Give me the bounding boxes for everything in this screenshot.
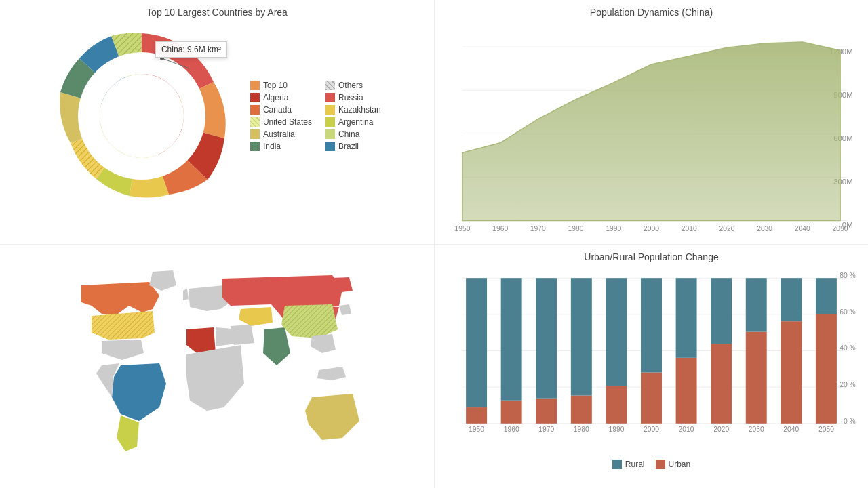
map-canada	[81, 282, 159, 316]
bar-chart-legend: Rural Urban	[441, 460, 861, 469]
x-label-1970: 1970	[530, 225, 546, 231]
legend-color-algeria	[250, 93, 260, 102]
bar-1960-urban	[501, 401, 522, 424]
x-bar-2010: 2010	[679, 426, 694, 433]
map-algeria	[186, 327, 216, 353]
x-label-2040: 2040	[795, 225, 810, 231]
bar-2000-urban	[641, 372, 662, 423]
area-chart-title: Population Dynamics (China)	[441, 7, 861, 18]
legend-label-urban: Urban	[669, 460, 691, 469]
legend-color-india	[250, 142, 260, 151]
x-label-1950: 1950	[454, 225, 470, 231]
legend-label-others: Others	[338, 81, 363, 90]
legend-color-rural	[612, 460, 622, 469]
bar-1950-urban	[466, 407, 487, 424]
area-chart-container: 0M 300M 600M 900M 1200M 1950 1960 1970	[441, 21, 861, 231]
x-label-1990: 1990	[606, 225, 621, 231]
x-bar-2000: 2000	[644, 426, 659, 433]
x-label-2050: 2050	[833, 225, 848, 231]
bar-1970-urban	[536, 399, 557, 424]
legend-item-usa: United States	[250, 117, 312, 127]
area-chart-svg: 0M 300M 600M 900M 1200M 1950 1960 1970	[441, 21, 861, 231]
legend-label-kazakhstan: Kazakhstan	[338, 105, 381, 115]
y-bar-40: 40 %	[840, 344, 855, 352]
bottom-left-panel	[0, 244, 434, 488]
legend-color-usa	[250, 117, 260, 127]
donut-chart: China: 9.6M km²	[47, 21, 237, 211]
legend-color-urban	[656, 460, 665, 469]
x-label-2000: 2000	[644, 225, 659, 231]
legend-color-canada	[250, 105, 260, 115]
legend-color-australia	[250, 129, 260, 139]
bar-2030-urban	[746, 332, 767, 424]
legend-color-kazakhstan	[326, 105, 335, 115]
bar-1950-rural	[466, 278, 487, 407]
legend-urban: Urban	[656, 460, 691, 469]
legend-item-china: China	[326, 129, 387, 139]
map-sea	[311, 334, 336, 353]
x-bar-1970: 1970	[538, 426, 554, 433]
map-uk	[183, 289, 189, 300]
bar-2050-rural	[816, 278, 837, 314]
legend-item-top10: Top 10	[250, 81, 312, 90]
bar-2010-rural	[676, 278, 697, 358]
legend-label-china: China	[338, 129, 359, 139]
legend-item-australia: Australia	[250, 129, 312, 139]
bar-2050-urban	[816, 314, 837, 424]
tooltip-dot	[160, 56, 164, 60]
x-label-1960: 1960	[492, 225, 508, 231]
bar-1990-rural	[606, 278, 627, 386]
donut-hole	[100, 74, 184, 158]
legend-label-top10: Top 10	[263, 81, 288, 90]
top-right-panel: Population Dynamics (China) 0M 300M 600M…	[434, 0, 868, 244]
legend-label-rural: Rural	[625, 460, 645, 469]
donut-area: China: 9.6M km² Top 10 Others Algeria Ru…	[47, 21, 387, 211]
bar-2040-urban	[781, 321, 802, 424]
bar-2030-rural	[746, 278, 767, 331]
y-bar-80: 80 %	[840, 272, 855, 279]
bar-1990-urban	[606, 386, 627, 424]
map-mideast	[231, 325, 254, 345]
x-label-2030: 2030	[757, 225, 772, 231]
bar-2000-rural	[641, 278, 662, 372]
y-bar-0: 0 %	[844, 418, 856, 425]
x-bar-2050: 2050	[818, 426, 834, 433]
legend-label-argentina: Argentina	[338, 117, 373, 127]
bar-2020-rural	[711, 278, 732, 344]
map-kazakhstan	[239, 307, 273, 326]
legend-item-brazil: Brazil	[326, 142, 387, 151]
map-india	[263, 327, 290, 365]
bar-chart-title: Urban/Rural Population Change	[441, 251, 861, 262]
map-africa	[186, 345, 244, 411]
legend-label-australia: Australia	[263, 129, 295, 139]
bottom-right-panel: Urban/Rural Population Change 0 % 20 % 4…	[434, 244, 868, 488]
x-label-2010: 2010	[682, 225, 697, 231]
y-bar-20: 20 %	[840, 381, 855, 388]
legend-rural: Rural	[612, 460, 645, 469]
legend-color-china	[326, 129, 335, 139]
map-china	[281, 304, 338, 338]
x-bar-1990: 1990	[608, 426, 624, 433]
map-indonesia	[317, 367, 346, 380]
legend-item-algeria: Algeria	[250, 93, 312, 102]
x-label-1980: 1980	[568, 225, 584, 231]
legend-item-india: India	[250, 142, 312, 151]
legend-item-kazakhstan: Kazakhstan	[326, 105, 387, 115]
world-map-container	[7, 251, 427, 481]
legend-label-russia: Russia	[338, 93, 363, 102]
x-bar-1950: 1950	[469, 426, 484, 433]
legend-color-brazil	[326, 142, 335, 151]
legend-item-others: Others	[326, 81, 387, 90]
legend-label-canada: Canada	[263, 105, 292, 115]
x-bar-1960: 1960	[504, 426, 519, 433]
bar-1980-rural	[571, 278, 592, 395]
legend-color-argentina	[326, 117, 335, 127]
area-fill	[462, 42, 840, 221]
bar-2020-urban	[711, 344, 732, 424]
legend-label-brazil: Brazil	[338, 142, 359, 151]
legend-color-others	[326, 81, 335, 90]
map-usa	[92, 311, 155, 340]
map-brazil	[112, 363, 166, 421]
map-australia	[305, 394, 359, 440]
legend-label-india: India	[263, 142, 281, 151]
